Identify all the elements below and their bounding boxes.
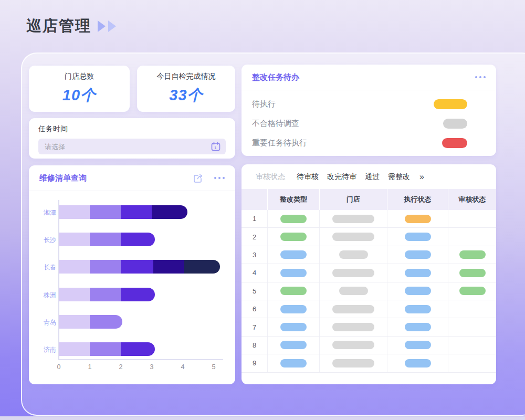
table-cell [320, 264, 387, 281]
chart-category-label: 青岛 [31, 318, 56, 327]
row-number: 5 [242, 282, 268, 300]
status-pill [459, 250, 486, 259]
table-cell [448, 337, 496, 354]
review-table-card: 审核状态待审核改完待审通过需整改» 整改类型门店执行状态审核状态12345678… [242, 164, 496, 384]
chart-category-label: 济南 [31, 345, 56, 354]
tabs-overflow-icon[interactable]: » [419, 172, 424, 182]
todo-title: 整改任务待办 [252, 72, 299, 82]
status-pill [332, 215, 374, 223]
row-number: 1 [242, 210, 268, 227]
status-pill [280, 269, 307, 277]
status-pill [280, 359, 307, 368]
table-cell [320, 282, 387, 300]
status-pill [332, 323, 374, 331]
bar-segment [59, 315, 90, 329]
page-header: 巡店管理 [26, 16, 116, 37]
task-time-card: 任务时间 1 [29, 118, 235, 159]
status-pill [405, 305, 431, 313]
table-cell [387, 300, 448, 318]
review-tab[interactable]: 通过 [365, 172, 380, 182]
chart-category-label: 长沙 [31, 236, 56, 245]
todo-status-pill [442, 138, 467, 148]
status-pill [332, 341, 374, 349]
table-row[interactable]: 5 [242, 282, 496, 300]
stat-value: 33个 [169, 85, 203, 106]
fast-forward-icon [108, 20, 116, 32]
status-pill [405, 269, 431, 277]
x-axis-tick: 0 [54, 363, 64, 371]
table-row[interactable]: 7 [242, 318, 496, 336]
table-cell [387, 282, 448, 300]
table-header-cell: 执行状态 [387, 189, 448, 210]
bar-segment [90, 315, 122, 329]
status-pill [280, 250, 307, 259]
todo-item-label: 待执行 [252, 99, 276, 109]
table-cell [448, 246, 496, 264]
table-cell [268, 210, 320, 227]
table-row[interactable]: 2 [242, 228, 496, 246]
bar-segment [59, 260, 90, 274]
row-number: 9 [242, 354, 268, 372]
date-picker-input[interactable] [38, 143, 226, 151]
table-row[interactable]: 8 [242, 337, 496, 354]
table-row[interactable]: 9 [242, 354, 496, 372]
bar-segment [152, 205, 187, 219]
date-picker-field[interactable]: 1 [38, 139, 226, 154]
table-cell [320, 354, 387, 372]
status-pill [405, 233, 431, 241]
table-cell [387, 264, 448, 281]
table-cell [268, 228, 320, 245]
fast-forward-icon [98, 20, 106, 32]
status-pill [459, 269, 486, 277]
table-cell [387, 354, 448, 372]
bar-segment [59, 288, 90, 301]
table-cell [387, 228, 448, 245]
bar-segment [59, 233, 90, 246]
table-header-cell: 整改类型 [268, 189, 320, 210]
table-row[interactable]: 3 [242, 246, 496, 264]
repair-list-title: 维修清单查询 [39, 173, 87, 183]
table-row[interactable]: 6 [242, 300, 496, 318]
stat-label: 门店总数 [65, 72, 94, 81]
status-pill [280, 305, 307, 313]
more-icon[interactable] [214, 177, 225, 179]
review-filter-label: 审核状态 [256, 172, 285, 182]
todo-list: 待执行不合格待调查重要任务待执行 [242, 90, 496, 153]
table-cell [448, 318, 496, 335]
bar-segment [90, 260, 121, 274]
table-cell [448, 228, 496, 245]
table-cell [320, 300, 387, 318]
table-header-cell: 审核状态 [448, 189, 496, 210]
table-cell [387, 318, 448, 335]
status-pill [339, 287, 368, 295]
todo-item-label: 重要任务待执行 [252, 138, 307, 148]
row-number: 4 [242, 264, 268, 281]
bar-segment [90, 288, 121, 301]
share-icon[interactable] [193, 173, 204, 184]
table-row[interactable]: 4 [242, 264, 496, 282]
table-row[interactable]: 1 [242, 210, 496, 228]
task-time-label: 任务时间 [38, 124, 226, 134]
chart-category-label: 长春 [31, 263, 56, 272]
page-bottom-strip [0, 416, 525, 420]
todo-item[interactable]: 重要任务待执行 [242, 133, 496, 153]
review-tab[interactable]: 待审核 [297, 172, 319, 182]
page-title: 巡店管理 [26, 16, 91, 37]
x-axis-tick: 2 [116, 363, 126, 371]
status-pill [332, 233, 374, 241]
table-cell [448, 282, 496, 300]
more-icon[interactable] [475, 76, 486, 78]
svg-text:1: 1 [214, 145, 217, 150]
calendar-icon[interactable]: 1 [210, 141, 222, 152]
y-axis-line [58, 200, 59, 360]
table-cell [268, 354, 320, 372]
review-tab[interactable]: 需整改 [388, 172, 410, 182]
review-tab[interactable]: 改完待审 [327, 172, 356, 182]
table-cell [320, 228, 387, 245]
row-number: 6 [242, 300, 268, 318]
todo-item[interactable]: 不合格待调查 [242, 114, 496, 133]
todo-item[interactable]: 待执行 [242, 94, 496, 114]
stat-label: 今日自检完成情况 [157, 72, 216, 81]
status-pill [280, 233, 307, 241]
bar-segment [90, 342, 121, 356]
